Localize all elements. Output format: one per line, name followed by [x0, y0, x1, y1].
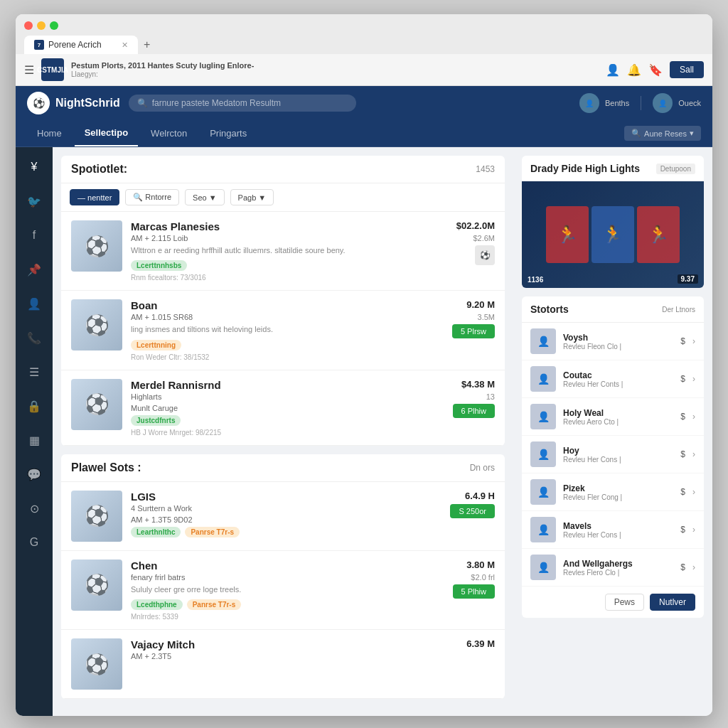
shot-buy-2[interactable]: 5 Plhiw [453, 584, 495, 599]
filter-pagb[interactable]: Pagb ▼ [230, 189, 274, 205]
player-price-1: $02.2.0M [456, 220, 495, 231]
minimize-button[interactable] [37, 21, 46, 30]
stats-info-mavels: Mavels Revleu Her Cons | [563, 521, 673, 539]
header-user-2[interactable]: 👤 Oueck [653, 93, 701, 113]
stats-item-pizek[interactable]: 👤 Pizek Revleu Fler Cong | $ › [522, 473, 704, 511]
filter-seo[interactable]: Seo ▼ [185, 189, 225, 205]
stats-header: Stotorts Der Ltnors [522, 296, 704, 323]
shot-buy-1[interactable]: S 250or [450, 504, 495, 518]
sidebar-icon-twitter[interactable]: 🐦 [23, 190, 46, 213]
player-card-1: ⚽ Marcas Planesies AM + 2.115 Loib Wlttr… [61, 212, 505, 291]
tab-close-icon[interactable]: ✕ [122, 41, 128, 50]
sidebar-icon-table[interactable]: ▦ [23, 429, 46, 451]
stats-name-mavels: Mavels [563, 521, 673, 531]
next-button[interactable]: Nutlver [650, 594, 695, 611]
highlights-video[interactable]: 🏃 🏃 🏃 1136 9.37 [522, 181, 704, 288]
buy-button-3[interactable]: 6 Plhiw [453, 404, 495, 418]
stats-value-holy-weal: $ [680, 412, 685, 422]
search-input[interactable] [152, 98, 348, 108]
stats-avatar-coutac: 👤 [530, 366, 556, 392]
stats-info-hoy: Hoy Revleu Her Cons | [563, 446, 673, 464]
video-players-display: 🏃 🏃 🏃 [546, 206, 680, 263]
sidebar-icon-phone[interactable]: 📞 [23, 326, 46, 349]
sidebar-icon-yen[interactable]: ¥ [23, 156, 46, 178]
shot-sub-1: AM + 1.3T5 9D02 [131, 515, 429, 524]
site-logo: ⚽ NightSchrid [27, 92, 120, 114]
browser-tab[interactable]: 7 Porene Acrich ✕ [24, 36, 138, 54]
sidebar-icon-facebook[interactable]: f [23, 224, 46, 247]
nav-home[interactable]: Home [27, 121, 72, 146]
stats-item-mavels[interactable]: 👤 Mavels Revleu Her Cons | $ › [522, 511, 704, 549]
maximize-button[interactable] [50, 21, 58, 30]
main-layout: ¥ 🐦 f 📌 👤 📞 ☰ 🔒 ▦ 💬 ⊙ G Spotiotlet: 1453 [16, 147, 712, 716]
filter-nentter[interactable]: — nentter [70, 189, 119, 205]
nav-welrcton[interactable]: Welrcton [141, 121, 197, 146]
stats-avatar-hoy: 👤 [530, 441, 556, 467]
new-tab-button[interactable]: + [144, 38, 150, 51]
stats-detail-pizek: Revleu Fler Cong | [563, 493, 673, 501]
sidebar-icon-chat[interactable]: 💬 [23, 463, 46, 486]
shot-name-2: Chen [131, 560, 429, 572]
filter-rntorre[interactable]: 🔍 Rntorre [125, 189, 179, 205]
player-desc-2: ling insmes and tiltions wit heloving le… [131, 324, 429, 335]
notification-icon[interactable]: 🔔 [627, 63, 641, 77]
nav-sellectipo[interactable]: Sellectipo [75, 120, 138, 146]
player-info-3: Merdel Rannisrnd Highlarts Munlt Caruge … [131, 379, 429, 437]
badge-3: Justcdfnrts [131, 415, 181, 426]
shot-price-1: 6.4.9 H [465, 491, 495, 501]
player-badges-2: Lcerttnning [131, 340, 429, 350]
sidebar-icon-grid[interactable]: ☰ [23, 360, 46, 383]
user-icon[interactable]: 👤 [606, 63, 620, 77]
stats-name-holy-weal: Holy Weal [563, 408, 673, 418]
nav-pringarts[interactable]: Pringarts [200, 121, 257, 146]
sidebar-icon-user[interactable]: 👤 [23, 292, 46, 315]
sidebar-icon-lock[interactable]: 🔒 [23, 395, 46, 417]
sidebar-icon-pin[interactable]: 📌 [23, 258, 46, 281]
sell-button[interactable]: Sall [670, 61, 704, 78]
sidebar-icon-circle[interactable]: ⊙ [23, 497, 46, 520]
shots-title: Plawel Sots : [71, 461, 141, 474]
bookmark-icon[interactable]: 🔖 [648, 63, 663, 77]
stats-info-holy-weal: Holy Weal Revleu Aero Cto | [563, 408, 673, 426]
buy-button-2[interactable]: 5 Plrsw [452, 324, 495, 338]
nav-dropdown-icon[interactable]: ▾ [690, 129, 694, 138]
stats-title: Stotorts [530, 304, 569, 315]
player-meta-3: HB J Worre Mnrget: 98/2215 [131, 429, 429, 437]
hamburger-menu-icon[interactable]: ☰ [24, 63, 34, 77]
stats-name-coutac: Coutac [563, 370, 673, 380]
stats-value-coutac: $ [680, 374, 685, 384]
nav-search-right: 🔍 Aune Reses ▾ [624, 126, 701, 141]
right-panel: Drady Pide High Lights Detupoon 🏃 🏃 🏃 11… [513, 147, 712, 716]
address-bar: ☰ CSTMJIA Pestum Plorts, 2011 Hantes Scu… [16, 54, 712, 86]
prev-button[interactable]: Pews [605, 594, 644, 611]
sidebar-icon-google[interactable]: G [23, 531, 46, 554]
tab-title: Porene Acrich [48, 40, 102, 50]
chevron-right-icon-7: › [692, 562, 695, 572]
player-meta-2: Ron Weder Cltr: 38/1532 [131, 353, 429, 361]
shot-player-1: ⚽ LGIS 4 Surttern a Work AM + 1.3T5 9D02… [61, 482, 505, 551]
nav-search-box[interactable]: 🔍 Aune Reses ▾ [624, 126, 701, 141]
header-right: 👤 Benths 👤 Oueck [579, 93, 701, 113]
stats-name-voysh: Voysh [563, 333, 673, 343]
stats-item-coutac[interactable]: 👤 Coutac Revleu Her Conts | $ › [522, 360, 704, 398]
shot-badge-2b: Panrse T7r-s [187, 599, 242, 610]
header-user-1[interactable]: 👤 Benths [579, 93, 629, 113]
player-badges-3: Justcdfnrts [131, 415, 429, 426]
stats-detail-voysh: Revleu Fleon Clo | [563, 343, 673, 350]
address-sub: Llaegyn: [71, 70, 98, 78]
stats-item-wellgahergs[interactable]: 👤 And Wellgahergs Revles Flero Clo | $ › [522, 549, 704, 587]
stats-item-hoy[interactable]: 👤 Hoy Revleu Her Cons | $ › [522, 436, 704, 473]
stats-item-voysh[interactable]: 👤 Voysh Revleu Fleon Clo | $ › [522, 323, 704, 360]
stats-value-hoy: $ [680, 449, 685, 459]
filter-bar: — nentter 🔍 Rntorre Seo ▼ Pagb ▼ [61, 183, 505, 212]
shots-header: Plawel Sots : Dn ors [61, 454, 505, 482]
chevron-right-icon-5: › [692, 487, 695, 497]
address-title: Pestum Plorts, 2011 Hantes Scuty lugling… [71, 61, 599, 70]
address-text: Pestum Plorts, 2011 Hantes Scuty lugling… [71, 61, 599, 78]
left-sidebar: ¥ 🐦 f 📌 👤 📞 ☰ 🔒 ▦ 💬 ⊙ G [16, 147, 53, 716]
shot-info-2: Chen fenary frirl batrs Sululy cleer gre… [131, 560, 429, 621]
stats-item-holy-weal[interactable]: 👤 Holy Weal Revleu Aero Cto | $ › [522, 398, 704, 436]
player-card-2: ⚽ Boan AM + 1.015 SR68 ling insmes and t… [61, 291, 505, 370]
close-button[interactable] [24, 21, 33, 30]
logo-icon: ⚽ [27, 92, 50, 114]
